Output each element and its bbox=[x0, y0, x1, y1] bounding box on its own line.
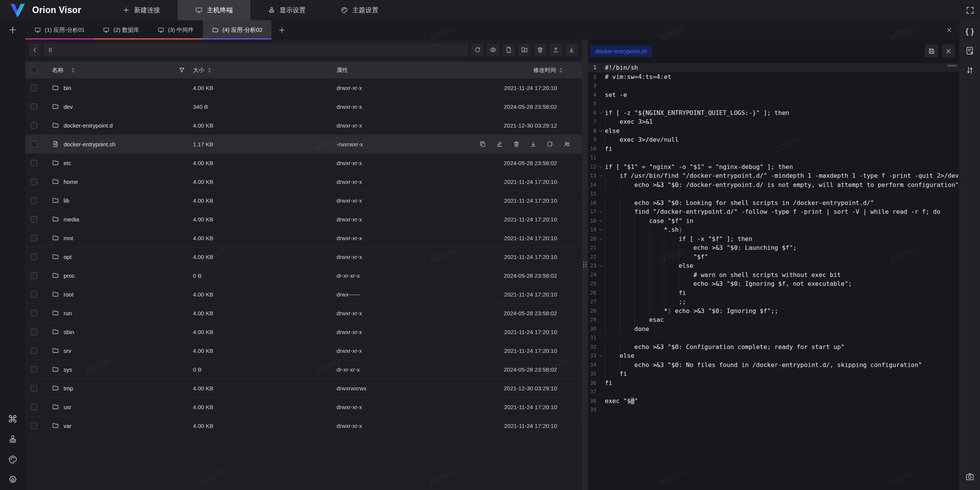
table-row[interactable]: srv4.00 KBdrwxr-xr-x2021-11-24 17:20:10 bbox=[25, 341, 582, 360]
code-line[interactable]: 17find "/docker-entrypoint.d/" -follow -… bbox=[588, 207, 959, 216]
row-checkbox[interactable] bbox=[31, 329, 37, 335]
close-panel-icon[interactable] bbox=[946, 27, 952, 33]
code-line[interactable]: 8else bbox=[588, 126, 959, 136]
table-row[interactable]: lib4.00 KBdrwxr-xr-x2021-11-24 17:20:10 bbox=[25, 191, 582, 210]
code-line[interactable]: 4set -e bbox=[588, 90, 959, 100]
fold-chevron-icon[interactable] bbox=[596, 225, 605, 234]
delete-button[interactable] bbox=[534, 44, 546, 56]
sort-carets-icon[interactable] bbox=[559, 68, 562, 73]
app-logo[interactable]: Orion Visor bbox=[9, 3, 81, 18]
code-line[interactable]: 19*.sh) bbox=[588, 225, 959, 234]
code-line[interactable]: 12if [ "$1" = "nginx" -o "$1" = "nginx-d… bbox=[588, 162, 959, 172]
new-folder-button[interactable] bbox=[518, 44, 531, 56]
row-checkbox[interactable] bbox=[31, 216, 37, 223]
code-line[interactable]: 33else bbox=[588, 351, 959, 361]
row-checkbox[interactable] bbox=[31, 291, 37, 298]
code-line[interactable]: 37 bbox=[588, 387, 959, 397]
table-row[interactable]: mnt4.00 KBdrwxr-xr-x2021-11-24 17:20:10 bbox=[25, 229, 582, 247]
fold-chevron-icon[interactable] bbox=[596, 216, 605, 226]
code-line[interactable]: 35fi bbox=[588, 369, 959, 379]
file-name[interactable]: root bbox=[64, 291, 74, 298]
show-hidden-button[interactable] bbox=[487, 44, 499, 56]
fold-chevron-icon[interactable] bbox=[596, 234, 605, 244]
file-name[interactable]: media bbox=[64, 216, 79, 223]
save-file-button[interactable] bbox=[925, 44, 938, 57]
select-all-checkbox[interactable] bbox=[31, 67, 37, 74]
row-checkbox[interactable] bbox=[31, 254, 37, 260]
sidebar-new-connection-icon[interactable] bbox=[8, 25, 17, 34]
table-row[interactable]: var4.00 KBdrwxr-xr-x2021-11-24 17:20:10 bbox=[25, 416, 582, 435]
row-checkbox[interactable] bbox=[31, 423, 37, 429]
row-checkbox[interactable] bbox=[31, 347, 37, 354]
fold-chevron-icon[interactable] bbox=[596, 162, 605, 172]
code-line[interactable]: 2# vim:sw=4:ts=4:et bbox=[588, 72, 959, 82]
add-tab-button[interactable] bbox=[278, 26, 286, 34]
code-line[interactable]: 29esac bbox=[588, 315, 959, 324]
file-name[interactable]: usr bbox=[64, 404, 72, 410]
table-row[interactable]: home4.00 KBdrwxr-xr-x2021-11-24 17:20:10 bbox=[25, 172, 582, 191]
strip-file-detail-icon[interactable] bbox=[965, 46, 975, 56]
code-line[interactable]: 22"$f" bbox=[588, 252, 959, 262]
code-line[interactable]: 23else bbox=[588, 261, 959, 270]
file-name[interactable]: mnt bbox=[64, 235, 73, 241]
nav-item[interactable]: 显示设置 bbox=[250, 0, 323, 20]
table-row[interactable]: tmp4.00 KBdrwxrwxrwx2021-12-30 03:29:10 bbox=[25, 379, 582, 398]
table-row[interactable]: root4.00 KBdrwx------2021-11-24 17:20:10 bbox=[25, 285, 582, 304]
code-line[interactable]: 11 bbox=[588, 153, 959, 162]
move-file-icon[interactable] bbox=[547, 141, 554, 147]
fold-chevron-icon[interactable] bbox=[596, 108, 605, 118]
file-name[interactable]: opt bbox=[64, 254, 72, 260]
download-file-icon[interactable] bbox=[530, 141, 537, 147]
upload-button[interactable] bbox=[550, 44, 562, 56]
row-checkbox[interactable] bbox=[31, 197, 37, 204]
file-name[interactable]: proc bbox=[64, 272, 75, 279]
column-header-name[interactable]: 名称 bbox=[52, 67, 64, 74]
row-checkbox[interactable] bbox=[31, 85, 37, 91]
strip-screenshot-icon[interactable] bbox=[965, 472, 975, 482]
code-line[interactable]: 1#!/bin/sh bbox=[588, 63, 959, 72]
row-checkbox[interactable] bbox=[31, 179, 37, 185]
row-checkbox[interactable] bbox=[31, 366, 37, 373]
file-name[interactable]: etc bbox=[64, 160, 71, 166]
row-checkbox[interactable] bbox=[31, 272, 37, 279]
file-name[interactable]: dev bbox=[64, 103, 73, 110]
table-row[interactable]: media4.00 KBdrwxr-xr-x2021-11-24 17:20:1… bbox=[25, 210, 582, 229]
table-row[interactable]: usr4.00 KBdrwxr-xr-x2021-11-24 17:20:10 bbox=[25, 398, 582, 416]
file-chip[interactable]: docker-entrypoint.sh bbox=[590, 45, 652, 57]
code-line[interactable]: 5 bbox=[588, 99, 959, 108]
path-input[interactable] bbox=[56, 47, 464, 53]
row-checkbox[interactable] bbox=[31, 235, 37, 241]
table-row[interactable]: sbin4.00 KBdrwxr-xr-x2021-11-24 17:20:10 bbox=[25, 323, 582, 341]
row-checkbox[interactable] bbox=[31, 310, 37, 316]
code-line[interactable]: 6if [ -z "${NGINX_ENTRYPOINT_QUIET_LOGS:… bbox=[588, 108, 959, 118]
row-checkbox[interactable] bbox=[31, 160, 37, 166]
sort-carets-icon[interactable] bbox=[72, 68, 75, 73]
file-name[interactable]: docker-entrypoint.d bbox=[64, 122, 113, 129]
scrollbar-thumb[interactable] bbox=[947, 65, 957, 67]
code-line[interactable]: 3 bbox=[588, 81, 959, 90]
table-row[interactable]: etc4.00 KBdrwxr-xr-x2024-05-28 23:58:02 bbox=[25, 154, 582, 172]
file-name[interactable]: lib bbox=[64, 197, 69, 204]
file-name[interactable]: run bbox=[64, 310, 72, 316]
back-button[interactable] bbox=[29, 43, 41, 56]
code-line[interactable]: 21echo >&3 "$0: Launching $f"; bbox=[588, 243, 959, 252]
download-button[interactable] bbox=[565, 44, 578, 56]
fold-chevron-icon[interactable] bbox=[596, 207, 605, 216]
nav-item[interactable]: 主题设置 bbox=[323, 0, 396, 20]
code-line[interactable]: 27;; bbox=[588, 297, 959, 306]
new-file-button[interactable] bbox=[503, 44, 515, 56]
column-header-time[interactable]: 修改时间 bbox=[533, 67, 556, 74]
sort-carets-icon[interactable] bbox=[208, 68, 211, 73]
code-line[interactable]: 10fi bbox=[588, 144, 959, 154]
table-row[interactable]: sys0 Bdr-xr-xr-x2024-05-28 23:58:02 bbox=[25, 360, 582, 379]
code-line[interactable]: 18case "$f" in bbox=[588, 216, 959, 226]
row-checkbox[interactable] bbox=[31, 404, 37, 410]
fold-chevron-icon[interactable] bbox=[596, 126, 605, 136]
code-line[interactable]: 9exec 3>/dev/null bbox=[588, 135, 959, 144]
sidebar-display-settings-icon[interactable] bbox=[8, 434, 18, 444]
sidebar-settings-icon[interactable] bbox=[8, 475, 18, 485]
code-line[interactable]: 7exec 3>&1 bbox=[588, 117, 959, 126]
sidebar-theme-settings-icon[interactable] bbox=[8, 455, 18, 464]
file-name[interactable]: home bbox=[64, 179, 78, 185]
close-editor-button[interactable] bbox=[942, 44, 955, 57]
